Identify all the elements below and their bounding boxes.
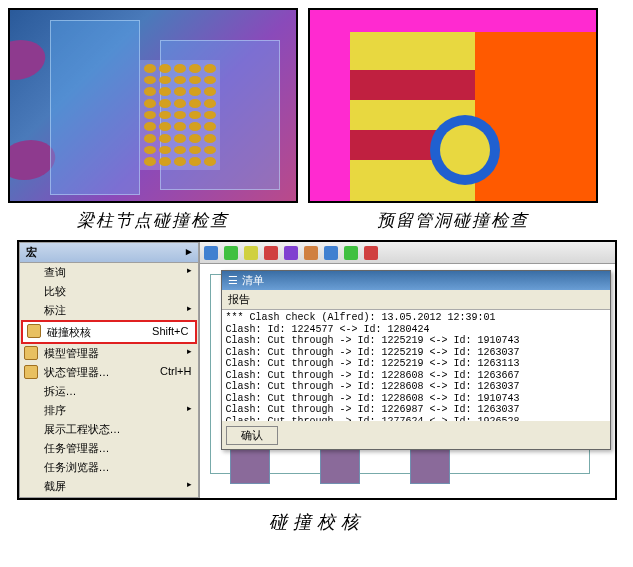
submenu-arrow-icon: ▸ <box>187 479 192 494</box>
tools-menu: 宏 ▸ 查询▸比较标注▸碰撞校核Shift+C模型管理器▸状态管理器…Ctrl+… <box>19 242 199 498</box>
menu-label: 碰撞校核 <box>47 325 91 340</box>
toolbar[interactable] <box>200 242 615 264</box>
ok-button[interactable]: 确认 <box>226 426 278 445</box>
menu-label: 任务管理器… <box>44 441 110 456</box>
menu-item-7[interactable]: 排序▸ <box>20 401 198 420</box>
menu-item-6[interactable]: 拆运… <box>20 382 198 401</box>
work-area: ☰ 清单 报告 *** Clash check (Alfred): 13.05.… <box>199 242 615 498</box>
menu-label: 展示工程状态… <box>44 422 121 437</box>
3d-view-pipe-opening <box>308 8 598 203</box>
menu-item-1[interactable]: 比较 <box>20 282 198 301</box>
menu-label: 模型管理器 <box>44 346 99 361</box>
tool-icon[interactable] <box>344 246 358 260</box>
menu-label: 比较 <box>44 284 66 299</box>
figure-left-caption: 梁柱节点碰撞检查 <box>77 209 229 232</box>
report-line: Clash: Cut through -> Id: 1228608 <-> Id… <box>226 370 606 382</box>
submenu-arrow-icon: ▸ <box>187 403 192 418</box>
rebar-grid <box>140 60 220 170</box>
menu-header: 宏 ▸ <box>20 243 198 263</box>
report-line: *** Clash check (Alfred): 13.05.2012 12:… <box>226 312 606 324</box>
tool-icon[interactable] <box>264 246 278 260</box>
menu-label: 任务浏览器… <box>44 460 110 475</box>
report-line: Clash: Cut through -> Id: 1225219 <-> Id… <box>226 335 606 347</box>
report-titlebar[interactable]: ☰ 清单 <box>222 271 610 290</box>
menu-label: 拆运… <box>44 384 77 399</box>
figure-bottom-caption: 碰撞校核 <box>269 510 365 534</box>
report-window: ☰ 清单 报告 *** Clash check (Alfred): 13.05.… <box>221 270 611 450</box>
menu-label: 标注 <box>44 303 66 318</box>
menu-arrow-icon: ▸ <box>186 245 192 258</box>
menu-label: 状态管理器… <box>44 365 110 380</box>
list-icon: ☰ <box>228 274 238 287</box>
menu-item-0[interactable]: 查询▸ <box>20 263 198 282</box>
tool-icon[interactable] <box>244 246 258 260</box>
tool-icon[interactable] <box>284 246 298 260</box>
figure-left: 梁柱节点碰撞检查 <box>8 8 298 232</box>
menu-label: 排序 <box>44 403 66 418</box>
report-line: Clash: Cut through -> Id: 1225219 <-> Id… <box>226 358 606 370</box>
menu-item-11[interactable]: 截屏▸ <box>20 477 198 496</box>
figure-right: 预留管洞碰撞检查 <box>308 8 598 232</box>
submenu-arrow-icon: ▸ <box>187 303 192 318</box>
menu-item-12[interactable]: 活动的多用户▸ <box>20 498 198 500</box>
report-line: Clash: Cut through -> Id: 1225219 <-> Id… <box>226 347 606 359</box>
report-line: Clash: Cut through -> Id: 1228608 <-> Id… <box>226 393 606 405</box>
3d-view-beam-column <box>8 8 298 203</box>
menu-item-3[interactable]: 碰撞校核Shift+C <box>21 320 197 344</box>
menu-item-10[interactable]: 任务浏览器… <box>20 458 198 477</box>
menu-label: 查询 <box>44 265 66 280</box>
folder-icon <box>24 346 38 360</box>
app-window: 宏 ▸ 查询▸比较标注▸碰撞校核Shift+C模型管理器▸状态管理器…Ctrl+… <box>17 240 617 500</box>
menu-item-8[interactable]: 展示工程状态… <box>20 420 198 439</box>
submenu-arrow-icon: ▸ <box>187 265 192 280</box>
menu-shortcut: Ctrl+H <box>160 365 191 380</box>
report-body[interactable]: *** Clash check (Alfred): 13.05.2012 12:… <box>222 310 610 421</box>
menu-item-2[interactable]: 标注▸ <box>20 301 198 320</box>
folder-icon <box>27 324 41 338</box>
tool-icon[interactable] <box>224 246 238 260</box>
pipe-ring <box>430 115 500 185</box>
menu-item-4[interactable]: 模型管理器▸ <box>20 344 198 363</box>
submenu-arrow-icon: ▸ <box>187 346 192 361</box>
menu-item-5[interactable]: 状态管理器…Ctrl+H <box>20 363 198 382</box>
report-line: Clash: Id: 1224577 <-> Id: 1280424 <box>226 324 606 336</box>
tool-icon[interactable] <box>204 246 218 260</box>
menu-item-9[interactable]: 任务管理器… <box>20 439 198 458</box>
figure-bottom: 宏 ▸ 查询▸比较标注▸碰撞校核Shift+C模型管理器▸状态管理器…Ctrl+… <box>8 240 625 534</box>
menu-label: 截屏 <box>44 479 66 494</box>
tool-icon[interactable] <box>364 246 378 260</box>
report-line: Clash: Cut through -> Id: 1228608 <-> Id… <box>226 381 606 393</box>
top-figures-row: 梁柱节点碰撞检查 预留管洞碰撞检查 <box>8 8 625 232</box>
menu-shortcut: Shift+C <box>152 325 188 340</box>
tool-icon[interactable] <box>324 246 338 260</box>
folder-icon <box>24 365 38 379</box>
tool-icon[interactable] <box>304 246 318 260</box>
figure-right-caption: 预留管洞碰撞检查 <box>377 209 529 232</box>
report-tab[interactable]: 报告 <box>222 290 610 310</box>
report-line: Clash: Cut through -> Id: 1226987 <-> Id… <box>226 404 606 416</box>
